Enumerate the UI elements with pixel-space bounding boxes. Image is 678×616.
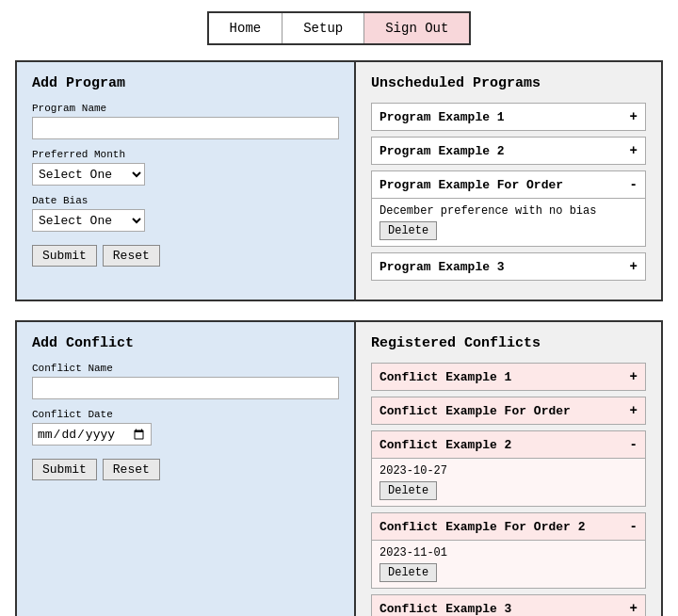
add-conflict-panel: Add Conflict Conflict Name Conflict Date… bbox=[17, 322, 356, 616]
conflict-item: Conflict Example 1+ bbox=[371, 363, 646, 391]
add-conflict-title: Add Conflict bbox=[32, 335, 339, 351]
program-name-input[interactable] bbox=[32, 117, 339, 139]
conflict-toggle-icon: + bbox=[630, 601, 638, 616]
date-bias-group: Date Bias Select OneEarlyMiddleLateNo Bi… bbox=[32, 195, 339, 232]
program-item-name: Program Example 2 bbox=[379, 144, 505, 158]
conflict-btn-group: Submit Reset bbox=[32, 459, 339, 480]
conflict-item: Conflict Example For Order 2-2023-11-01D… bbox=[371, 512, 646, 589]
conflict-item-name: Conflict Example For Order bbox=[379, 404, 571, 418]
preferred-month-group: Preferred Month Select OneJanuaryFebruar… bbox=[32, 149, 339, 186]
program-delete-btn[interactable]: Delete bbox=[379, 221, 437, 240]
conflict-item-header[interactable]: Conflict Example For Order 2- bbox=[372, 513, 645, 541]
conflict-item: Conflict Example 2-2023-10-27Delete bbox=[371, 430, 646, 507]
programs-section: Add Program Program Name Preferred Month… bbox=[15, 60, 663, 301]
program-submit-btn[interactable]: Submit bbox=[32, 245, 97, 267]
unscheduled-programs-title: Unscheduled Programs bbox=[371, 75, 646, 91]
date-bias-select[interactable]: Select OneEarlyMiddleLateNo Bias bbox=[32, 209, 145, 232]
conflict-item-details: 2023-11-01 bbox=[379, 546, 638, 559]
program-item-header[interactable]: Program Example For Order- bbox=[372, 171, 645, 199]
program-toggle-icon: + bbox=[630, 109, 638, 124]
conflict-item-name: Conflict Example 3 bbox=[379, 602, 511, 616]
program-item-name: Program Example 3 bbox=[379, 260, 505, 274]
conflict-date-group: Conflict Date bbox=[32, 409, 339, 446]
conflict-toggle-icon: - bbox=[630, 519, 638, 534]
conflict-toggle-icon: + bbox=[630, 369, 638, 384]
conflict-reset-btn[interactable]: Reset bbox=[103, 459, 160, 480]
program-item-name: Program Example 1 bbox=[379, 110, 505, 124]
preferred-month-label: Preferred Month bbox=[32, 149, 339, 160]
program-item-name: Program Example For Order bbox=[379, 178, 563, 192]
program-list: Program Example 1+Program Example 2+Prog… bbox=[371, 103, 646, 281]
conflict-submit-btn[interactable]: Submit bbox=[32, 459, 97, 480]
add-program-title: Add Program bbox=[32, 75, 339, 91]
program-item: Program Example 3+ bbox=[371, 252, 646, 281]
program-btn-group: Submit Reset bbox=[32, 245, 339, 267]
unscheduled-programs-panel: Unscheduled Programs Program Example 1+P… bbox=[356, 62, 661, 300]
nav-home[interactable]: Home bbox=[209, 13, 283, 43]
program-item-header[interactable]: Program Example 2+ bbox=[372, 138, 645, 164]
conflicts-section: Add Conflict Conflict Name Conflict Date… bbox=[15, 320, 663, 616]
program-item-details: December preference with no bias bbox=[379, 204, 638, 218]
program-name-label: Program Name bbox=[32, 103, 339, 114]
conflict-name-label: Conflict Name bbox=[32, 363, 339, 374]
program-toggle-icon: + bbox=[630, 259, 638, 274]
program-toggle-icon: + bbox=[630, 143, 638, 158]
conflict-date-label: Conflict Date bbox=[32, 409, 339, 420]
program-item: Program Example For Order-December prefe… bbox=[371, 170, 646, 247]
conflict-toggle-icon: + bbox=[630, 403, 638, 418]
conflict-item-details: 2023-10-27 bbox=[379, 464, 638, 478]
main-content: Add Program Program Name Preferred Month… bbox=[0, 60, 678, 616]
registered-conflicts-panel: Registered Conflicts Conflict Example 1+… bbox=[356, 322, 661, 616]
conflict-item-name: Conflict Example 2 bbox=[379, 438, 511, 452]
nav-container: Home Setup Sign Out bbox=[207, 11, 472, 45]
conflict-item-header[interactable]: Conflict Example 2- bbox=[372, 431, 645, 459]
date-bias-label: Date Bias bbox=[32, 195, 339, 206]
conflict-item: Conflict Example 3+ bbox=[371, 594, 646, 616]
program-item-header[interactable]: Program Example 3+ bbox=[372, 253, 645, 280]
program-item-header[interactable]: Program Example 1+ bbox=[372, 104, 645, 130]
program-toggle-icon: - bbox=[630, 177, 638, 192]
conflict-delete-btn[interactable]: Delete bbox=[379, 481, 437, 500]
preferred-month-select[interactable]: Select OneJanuaryFebruaryMarchAprilMayJu… bbox=[32, 163, 145, 186]
conflict-item-name: Conflict Example 1 bbox=[379, 370, 511, 384]
conflict-toggle-icon: - bbox=[630, 437, 638, 452]
conflict-delete-btn[interactable]: Delete bbox=[379, 563, 437, 582]
conflict-date-input[interactable] bbox=[32, 423, 152, 446]
add-program-panel: Add Program Program Name Preferred Month… bbox=[17, 62, 356, 300]
conflict-name-input[interactable] bbox=[32, 377, 339, 399]
conflict-name-group: Conflict Name bbox=[32, 363, 339, 399]
program-item-body: December preference with no biasDelete bbox=[372, 199, 645, 246]
conflict-item-body: 2023-10-27Delete bbox=[372, 459, 645, 506]
program-item: Program Example 2+ bbox=[371, 137, 646, 165]
program-name-group: Program Name bbox=[32, 103, 339, 139]
registered-conflicts-title: Registered Conflicts bbox=[371, 335, 646, 351]
nav-setup[interactable]: Setup bbox=[282, 13, 364, 43]
conflict-item-header[interactable]: Conflict Example 1+ bbox=[372, 364, 645, 390]
conflict-item: Conflict Example For Order+ bbox=[371, 397, 646, 425]
conflict-item-body: 2023-11-01Delete bbox=[372, 541, 645, 588]
nav-signout[interactable]: Sign Out bbox=[364, 13, 469, 43]
conflict-item-header[interactable]: Conflict Example For Order+ bbox=[372, 397, 645, 424]
navigation: Home Setup Sign Out bbox=[0, 0, 678, 60]
program-item: Program Example 1+ bbox=[371, 103, 646, 131]
conflict-item-name: Conflict Example For Order 2 bbox=[379, 520, 585, 534]
conflict-item-header[interactable]: Conflict Example 3+ bbox=[372, 595, 645, 616]
program-reset-btn[interactable]: Reset bbox=[103, 245, 160, 267]
conflict-list: Conflict Example 1+Conflict Example For … bbox=[371, 363, 646, 616]
